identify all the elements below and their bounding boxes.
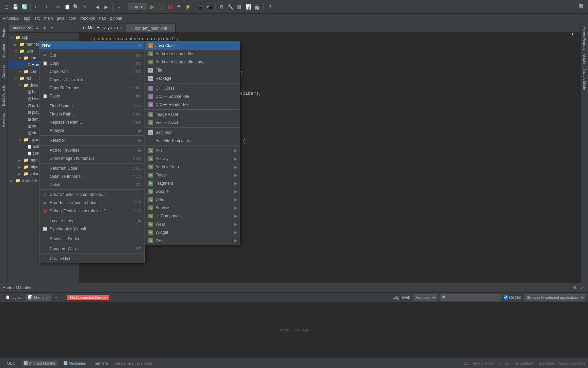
help-icon[interactable]: ? <box>266 3 274 11</box>
breadcrumb-pinball[interactable]: pinball <box>110 16 122 21</box>
submenu-wear[interactable]: A Wear ▶ <box>145 220 240 228</box>
menu-create-gist[interactable]: ⊙ Create Gist... <box>39 255 144 263</box>
breadcrumb-com[interactable]: com <box>68 16 76 21</box>
bottom-settings-icon[interactable]: ⚙ <box>572 285 578 291</box>
menu-compare[interactable]: Compare With... ⌘D <box>39 245 144 253</box>
breadcrumb-main[interactable]: main <box>44 16 53 21</box>
submenu-cpp-header[interactable]: H C/C++ Header File <box>145 101 240 109</box>
menu-find-usages[interactable]: Find Usages ⌥F7 <box>39 102 144 110</box>
layout-icon[interactable]: ▦ <box>236 3 243 11</box>
settings-icon[interactable]: 🔧 <box>227 3 234 11</box>
menu-create-tests[interactable]: ⚙ Create 'Tests in 'com.roboko...'... <box>39 190 144 199</box>
submenu-package[interactable]: P Package <box>145 74 240 82</box>
regex-checkbox[interactable]: Regex <box>504 295 521 300</box>
monitor-icon[interactable]: 📊 <box>245 3 252 11</box>
status-todo[interactable]: TODO <box>3 361 18 366</box>
submenu-cpp-class[interactable]: C C++ Class <box>145 84 240 92</box>
submenu-fragment[interactable]: A Fragment ▶ <box>145 179 240 187</box>
maven-projects-icon[interactable]: Maven Projects <box>582 25 587 52</box>
submenu-android-resource-dir[interactable]: A Android resource directory <box>145 58 240 66</box>
breadcrumb-src[interactable]: src <box>34 16 40 21</box>
device-icon[interactable]: 📱 <box>197 3 204 11</box>
gradle-console-link[interactable]: Gradle Console <box>559 361 585 365</box>
sdk-icon[interactable]: ⚙ <box>218 3 226 11</box>
menu-paste[interactable]: 📋 Paste ⌘V <box>39 92 144 100</box>
submenu-aidl[interactable]: A AIDL ▶ <box>145 147 240 155</box>
menu-analyze[interactable]: Analyze ▶ <box>39 126 144 135</box>
menu-run-tests[interactable]: ▶ Run 'Tests in 'com.roboko...'' ^⇧R <box>39 199 144 207</box>
submenu-edit-templates[interactable]: Edit File Templates... <box>145 137 240 145</box>
sidebar-project-icon[interactable]: Project <box>1 25 6 39</box>
submenu-service[interactable]: A Service ▶ <box>145 204 240 212</box>
submenu-vector-asset[interactable]: A Vector Asset <box>145 119 240 127</box>
menu-copy-reference[interactable]: Copy Reference ⌥⇧⌘C <box>39 84 144 92</box>
menu-copy-path[interactable]: Copy Path ⇧⌘C <box>39 67 144 76</box>
show-app-select[interactable]: Show only selected application No Filter… <box>524 294 585 301</box>
app-selector[interactable]: app ▼ <box>128 3 147 10</box>
menu-debug-tests[interactable]: 🐞 Debug 'Tests in 'com.roboko...'' ^⇧D <box>39 207 144 215</box>
back-icon[interactable]: ◀ <box>94 3 101 11</box>
status-terminal[interactable]: Terminal <box>92 361 111 366</box>
tab-close-contentmain[interactable]: × <box>169 26 171 30</box>
redo-icon[interactable]: ↪ <box>42 3 49 11</box>
sidebar-captures-icon[interactable]: Captures <box>1 63 6 81</box>
project-sync-icon[interactable]: ⟲ <box>42 25 48 31</box>
menu-refactor[interactable]: Refactor ▶ <box>39 136 144 144</box>
submenu-singleton[interactable]: S Singleton <box>145 128 240 137</box>
find-icon[interactable]: 🔍 <box>72 3 80 11</box>
run-button[interactable]: ▶ <box>149 3 156 11</box>
menu-copy-plain[interactable]: Copy as Plain Text <box>39 76 144 84</box>
find2-icon[interactable]: ⇱ <box>81 3 88 11</box>
tab-more[interactable]: → <box>51 295 61 300</box>
sync-icon[interactable]: 🔄 <box>20 3 28 11</box>
submenu-java-class[interactable]: J Java Class <box>145 42 240 50</box>
android-model-icon[interactable]: Android Model <box>582 66 587 92</box>
submenu-xml[interactable]: A XML ▶ <box>145 236 240 245</box>
submenu-image-asset[interactable]: A Image Asset <box>145 110 240 119</box>
submenu-ui-component[interactable]: A UI Component ▶ <box>145 212 240 220</box>
avd-icon[interactable]: 📲 <box>206 3 213 11</box>
status-android-monitor[interactable]: 6 Android Monitor <box>22 361 58 366</box>
submenu-activity[interactable]: A Activity ▶ <box>145 155 240 163</box>
menu-icon[interactable]: ☰ <box>3 3 10 11</box>
menu-synchronize[interactable]: 🔄 Synchronize 'pinball' <box>39 225 144 233</box>
no-device-button[interactable]: No Connected Device <box>67 295 109 300</box>
sidebar-favorites-icon[interactable]: Favorites <box>1 111 6 129</box>
tab-logcat[interactable]: 📋 logcat <box>3 294 24 300</box>
stop-icon[interactable]: ⬛ <box>158 3 165 11</box>
tab-contentmain[interactable]: X content_main.xml × <box>126 24 175 32</box>
global-search-icon[interactable]: 🔍 <box>578 3 585 10</box>
menu-replace-path[interactable]: Replace in Path... ⇧⌘R <box>39 118 144 126</box>
sidebar-build-icon[interactable]: Build Variants <box>1 83 6 108</box>
menu-add-favorites[interactable]: Add to Favorites ▶ <box>39 146 144 154</box>
undo-icon[interactable]: ↩ <box>33 3 40 11</box>
profile-icon[interactable]: ⚡ <box>184 3 192 11</box>
gradle-icon[interactable]: Gradle <box>582 52 587 66</box>
project-settings-icon[interactable]: ⚙ <box>34 25 40 31</box>
event-log-link[interactable]: Event Log <box>538 361 555 365</box>
tab-mainactivity[interactable]: C MainActivity.java × <box>79 24 126 32</box>
submenu-android-resource-file[interactable]: A Android resource file <box>145 50 240 58</box>
submenu-other[interactable]: A Other ▶ <box>145 196 240 204</box>
menu-local-history[interactable]: Local History ▶ <box>39 217 144 225</box>
copy-icon[interactable]: 📋 <box>63 3 71 11</box>
submenu-folder[interactable]: A Folder ▶ <box>145 171 240 179</box>
debug-button[interactable]: 🐞 <box>166 3 174 11</box>
project-collapse-icon[interactable]: ≡ <box>49 25 55 31</box>
menu-show-thumbnails[interactable]: Show Image Thumbnails ⇧⌘T <box>39 154 144 163</box>
submenu-widget[interactable]: A Widget ▶ <box>145 228 240 236</box>
status-messages[interactable]: 0 Messages <box>62 361 88 366</box>
tree-app[interactable]: ▼ 📁 app <box>7 34 79 41</box>
coverage-icon[interactable]: ☂ <box>175 3 183 11</box>
submenu-android-auto[interactable]: A Android Auto ▶ <box>145 163 240 171</box>
cut-icon[interactable]: ✂ <box>54 3 62 11</box>
breadcrumb-nao[interactable]: nao <box>99 16 106 21</box>
structure-icon[interactable]: ≡ <box>115 3 122 11</box>
submenu-cpp-source[interactable]: C C/C++ Source File <box>145 92 240 101</box>
breadcrumb-app[interactable]: app <box>23 16 30 21</box>
menu-reformat[interactable]: Reformat Code... ⌥⌘L <box>39 164 144 172</box>
menu-cut[interactable]: ✂ Cut ⌘X <box>39 51 144 59</box>
submenu-google[interactable]: A Google ▶ <box>145 187 240 196</box>
project-view-select[interactable]: Android Project <box>10 25 33 31</box>
tab-memory[interactable]: 📊 Memory <box>25 294 51 301</box>
